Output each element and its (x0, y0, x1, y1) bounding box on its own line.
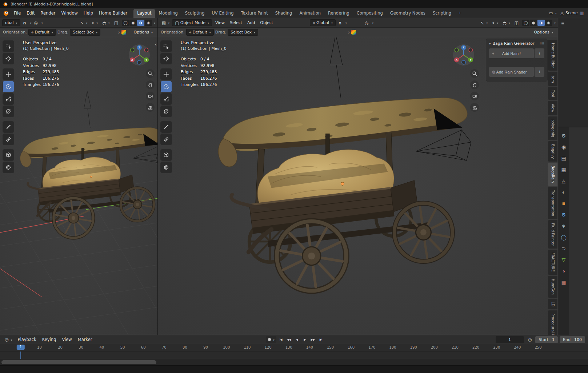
tool-button[interactable] (3, 122, 14, 132)
workspace-tab[interactable]: Layout (133, 9, 155, 18)
proportional-dropdown-caret-icon[interactable] (371, 20, 373, 25)
drag-dropdown[interactable]: Select Box (70, 29, 100, 36)
tool-button[interactable] (3, 53, 14, 64)
camera-view-button[interactable] (146, 92, 155, 100)
panel-grip-icon[interactable] (540, 42, 544, 45)
sidebar-tab[interactable]: BagaIvy (548, 141, 557, 162)
expand-chevron-icon[interactable] (348, 29, 350, 35)
menubar-menu[interactable]: Edit (24, 9, 37, 17)
camera-view-button[interactable] (470, 92, 479, 100)
orientation-dropdown[interactable]: Default (186, 29, 214, 36)
tool-button[interactable] (161, 69, 172, 80)
timeline-menu[interactable]: Marker (75, 336, 95, 343)
workspace-tab[interactable]: Sculpting (181, 9, 208, 18)
object-visibility-dropdown[interactable] (78, 20, 89, 26)
info-button[interactable]: i (535, 48, 544, 58)
playhead[interactable]: 1 (17, 345, 25, 350)
transport-button[interactable]: ▶ (301, 336, 309, 343)
timeline-track[interactable] (0, 352, 588, 359)
properties-tab[interactable]: ◉ (559, 142, 568, 152)
transport-button[interactable]: ◀ (293, 336, 301, 343)
gizmos-dropdown[interactable] (90, 20, 100, 26)
overlays-dropdown[interactable] (501, 20, 512, 26)
properties-tab[interactable]: ⚙ (559, 131, 568, 140)
workspace-tab[interactable]: Compositing (353, 9, 387, 18)
properties-tab[interactable]: ◐ (559, 187, 568, 197)
properties-tab[interactable]: ▤ (559, 154, 568, 163)
viewport-menu[interactable]: Add (245, 20, 257, 26)
sidebar-tab[interactable]: BagaRain (548, 163, 557, 186)
options-button[interactable]: Options (532, 29, 555, 35)
perspective-toggle-button[interactable] (470, 103, 479, 112)
timeline-editor-button[interactable] (3, 337, 14, 343)
transport-button[interactable]: ▶| (317, 336, 325, 343)
add-workspace-button[interactable]: + (455, 9, 464, 17)
tool-button[interactable] (161, 94, 172, 104)
shading-mode-button[interactable]: ● (530, 20, 537, 26)
sidebar-tab[interactable]: Transportation (548, 187, 557, 219)
properties-tab[interactable]: ▽ (559, 255, 568, 265)
view-layer-icon[interactable] (580, 11, 584, 15)
sidebar-tab[interactable]: Home Builder (548, 40, 557, 71)
tool-button[interactable] (3, 150, 14, 160)
shading-dropdown-caret-icon[interactable] (153, 20, 155, 25)
tool-button[interactable] (3, 94, 14, 104)
scene-selector[interactable]: Scene (565, 11, 578, 15)
tool-button[interactable] (161, 53, 172, 64)
snap-dropdown-caret-icon[interactable] (29, 20, 31, 25)
transform-orientation-dropdown-clipped[interactable]: obal (2, 19, 20, 26)
blender-logo[interactable] (3, 10, 9, 16)
panel-header[interactable]: Baga Rain Generator (486, 39, 547, 48)
navigation-gizmo[interactable]: Z X Y (128, 44, 151, 66)
shading-mode-button[interactable]: ◯ (122, 20, 129, 26)
start-frame-field[interactable]: Start1 (535, 336, 558, 343)
overlays-dropdown[interactable] (100, 20, 112, 26)
mode-dropdown[interactable]: Object Mode (172, 19, 212, 26)
orientation-dropdown[interactable]: Default (28, 29, 56, 36)
shading-mode-button[interactable]: ◉ (545, 20, 552, 26)
properties-tab[interactable]: ◯ (559, 233, 568, 242)
sidebar-tab[interactable]: Item (548, 72, 557, 86)
engon-cube-icon[interactable] (351, 30, 356, 35)
menubar-menu[interactable]: Home Builder (96, 9, 130, 17)
transport-button[interactable]: ▶▶ (309, 336, 317, 343)
shading-dropdown-caret-icon[interactable] (553, 20, 556, 25)
object-visibility-dropdown[interactable] (479, 20, 489, 26)
menubar-menu[interactable]: Help (81, 9, 96, 17)
properties-tab[interactable]: ■ (559, 199, 568, 208)
properties-tab[interactable]: ⚙ (559, 210, 568, 219)
shading-mode-button[interactable]: ◉ (145, 20, 152, 26)
sidebar-tab[interactable]: HumGen (548, 276, 557, 298)
menubar-menu[interactable]: Window (58, 9, 80, 17)
preview-range-button[interactable] (526, 337, 533, 342)
snap-dropdown-caret-icon[interactable] (344, 20, 347, 25)
tool-button[interactable] (3, 69, 14, 80)
workspace-tab[interactable]: Texture Paint (237, 9, 271, 18)
workspace-tab[interactable]: Shading (272, 9, 296, 18)
engon-cube-icon[interactable] (121, 30, 126, 35)
tool-button[interactable] (3, 134, 14, 145)
tool-button[interactable] (3, 81, 14, 92)
operator-button[interactable]: +Add Rain ! (489, 48, 534, 58)
snap-toggle[interactable] (336, 20, 344, 26)
properties-tab[interactable]: ▩ (559, 278, 568, 287)
tool-button[interactable] (3, 41, 14, 52)
proportional-edit-toggle[interactable] (32, 20, 39, 26)
transport-button[interactable]: ◀◀ (285, 336, 293, 343)
xray-toggle[interactable] (513, 20, 520, 26)
tool-button[interactable] (161, 81, 172, 92)
sidebar-tab[interactable]: LD (548, 299, 557, 309)
shading-mode-button[interactable]: ◯ (522, 20, 529, 26)
current-frame-field[interactable]: 1 (496, 336, 524, 343)
workspace-tab[interactable]: Geometry Nodes (387, 9, 429, 18)
workspace-tab[interactable]: Modeling (155, 9, 181, 18)
perspective-toggle-button[interactable] (146, 103, 155, 112)
expand-chevron-icon[interactable] (118, 29, 120, 35)
timeline-menu[interactable]: View (59, 336, 75, 343)
editor-type-button[interactable] (160, 20, 171, 26)
workspace-tab[interactable]: UV Editing (208, 9, 237, 18)
tool-button[interactable] (161, 162, 172, 173)
transport-button[interactable]: |◀ (277, 336, 285, 343)
viewport-menu[interactable]: Select (227, 20, 245, 26)
transform-orientation-dropdown[interactable]: Global (310, 19, 336, 26)
